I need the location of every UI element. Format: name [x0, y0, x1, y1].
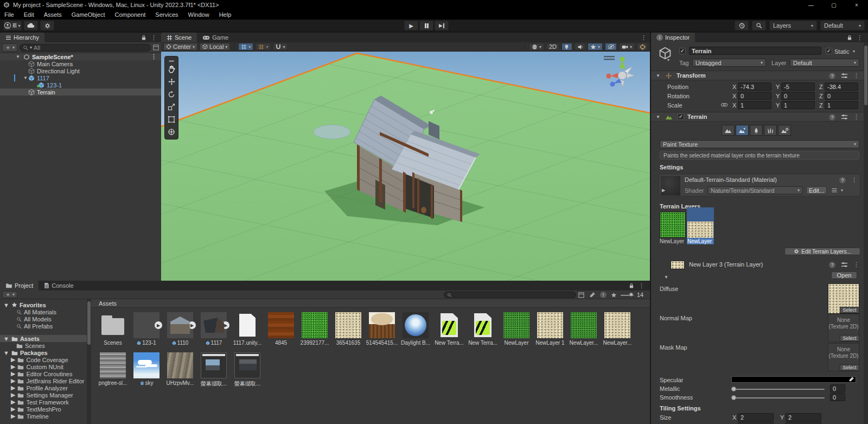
asset-123-1[interactable]: ▶ 123-1	[130, 312, 163, 346]
folder-assets[interactable]: ▼ Assets	[0, 335, 87, 342]
lock-icon[interactable]	[847, 35, 852, 41]
smoothness-slider-knob[interactable]	[731, 395, 736, 400]
metallic-slider-knob[interactable]	[731, 387, 736, 391]
menu-edit[interactable]: Edit	[24, 11, 34, 18]
texture-thumb[interactable]	[369, 312, 395, 338]
create-asset-button[interactable]: ＋▾	[2, 291, 17, 298]
terrain-asset-thumb[interactable]	[470, 312, 496, 338]
mask-select-button[interactable]: Select	[840, 364, 859, 371]
shader-dropdown[interactable]: Nature/Terrain/Standard▾	[707, 186, 803, 194]
search-by-type-icon[interactable]	[578, 292, 584, 298]
edit-terrain-layers-button[interactable]: Edit Terrain Layers...	[784, 248, 860, 255]
inspector-tab[interactable]: i Inspector	[651, 33, 695, 42]
presets-icon[interactable]	[841, 262, 848, 268]
terrain-layer-newlayer3[interactable]	[687, 222, 713, 238]
scrollbar-thumb[interactable]	[864, 46, 867, 105]
screenshot-thumb[interactable]	[201, 352, 227, 378]
fav-all-models[interactable]: All Models	[0, 315, 87, 322]
terrain-asset-thumb[interactable]	[436, 312, 462, 338]
layers-dropdown[interactable]: Layers▾	[769, 21, 817, 30]
asset-new-terrain-1[interactable]: New Terra...	[432, 312, 466, 346]
grid-visibility-dropdown[interactable]: ▾	[238, 43, 253, 50]
thumbnail-size-knob[interactable]	[629, 293, 633, 296]
active-checkbox[interactable]: ✓	[679, 48, 686, 54]
fav-all-materials[interactable]: All Materials	[0, 308, 87, 315]
position-z-field[interactable]: -38.4	[825, 83, 858, 91]
palette-drag-handle[interactable]: ▬	[169, 58, 174, 63]
texture-thumb[interactable]	[302, 312, 328, 338]
effects-dropdown[interactable]: ▾	[588, 43, 603, 50]
layout-dropdown[interactable]: Default▾	[820, 21, 865, 30]
scale-tool[interactable]	[165, 100, 178, 113]
foldout-icon[interactable]: ▼	[3, 302, 9, 308]
folder-packages[interactable]: ▼ Packages	[0, 349, 87, 356]
tree-scrollbar[interactable]	[87, 299, 91, 424]
folder-scenes[interactable]: Scenes	[0, 342, 87, 349]
expand-play-icon[interactable]: ▶	[155, 321, 162, 329]
layer-thumb[interactable]	[604, 312, 630, 338]
screenshot-thumb[interactable]	[234, 352, 260, 378]
model-thumb[interactable]: ▶	[201, 312, 227, 338]
offset-y-field[interactable]: 0	[786, 422, 821, 424]
lock-icon[interactable]	[141, 35, 146, 41]
hand-tool[interactable]	[165, 63, 178, 75]
asset-sky[interactable]: sky	[130, 352, 163, 388]
package-code-coverage[interactable]: ▶Code Coverage	[0, 356, 87, 363]
step-button[interactable]: ▶	[435, 21, 449, 30]
hierarchy-item-directional-light[interactable]: Directional Light	[0, 67, 161, 74]
menu-help[interactable]: Help	[219, 11, 232, 18]
create-neighbor-terrains-tool[interactable]	[722, 125, 735, 136]
layer-dropdown[interactable]: Default▾	[790, 59, 859, 67]
asset-1117[interactable]: ▶ 1117	[197, 312, 231, 346]
hidden-objects-toggle[interactable]	[605, 43, 617, 50]
transform-tool[interactable]	[165, 125, 178, 138]
paint-terrain-tool[interactable]	[736, 125, 749, 136]
texture-thumb[interactable]	[167, 352, 193, 378]
package-textmeshpro[interactable]: ▶TextMeshPro	[0, 406, 87, 413]
layer-thumb[interactable]	[503, 312, 529, 338]
play-button[interactable]: ▶	[404, 21, 418, 30]
kebab-menu-icon[interactable]: ⋮	[151, 53, 157, 60]
presets-icon[interactable]	[841, 114, 848, 120]
layer-thumb[interactable]	[571, 312, 597, 338]
offset-x-field[interactable]: 0	[738, 422, 774, 424]
foldout-icon[interactable]: ▼	[23, 75, 28, 80]
help-icon[interactable]: ?	[839, 177, 846, 183]
cloud-button[interactable]	[24, 21, 38, 30]
package-custom-nunit[interactable]: ▶Custom NUnit	[0, 363, 87, 370]
draw-mode-dropdown[interactable]: ▾	[529, 43, 544, 50]
skybox-thumb[interactable]	[403, 312, 429, 338]
size-x-field[interactable]: 2	[738, 413, 774, 421]
component-enabled-checkbox[interactable]: ✓	[678, 113, 684, 120]
search-by-label-icon[interactable]	[589, 292, 595, 298]
foldout-icon[interactable]: ▼	[3, 336, 9, 342]
menu-component[interactable]: Component	[114, 11, 145, 18]
normal-select-button[interactable]: Select	[840, 335, 859, 341]
folder-thumb[interactable]	[100, 312, 126, 338]
rotation-y-field[interactable]: 0	[781, 92, 815, 100]
tool-handle-rotation-dropdown[interactable]: Local▾	[200, 43, 230, 50]
hierarchy-item-123-1[interactable]: 123-1	[0, 81, 161, 88]
foldout-icon[interactable]: ▼	[651, 115, 665, 119]
create-button[interactable]: ＋▾	[2, 43, 17, 52]
paint-details-tool[interactable]	[764, 125, 777, 136]
rect-tool[interactable]	[165, 113, 178, 125]
camera-settings-dropdown[interactable]: ▾	[619, 43, 635, 50]
prefab-thumb[interactable]: ▶	[133, 312, 159, 338]
project-search-input[interactable]	[444, 292, 576, 298]
kebab-menu-icon[interactable]: ⋮	[641, 34, 647, 41]
hierarchy-item-main-camera[interactable]: Main Camera	[0, 60, 161, 67]
asset-uhzpvmv[interactable]: UHzpvMv...	[163, 352, 197, 388]
foldout-icon[interactable]: ▼	[651, 73, 665, 78]
asset-scenes[interactable]: Scenes	[96, 312, 130, 346]
search-everywhere-button[interactable]	[752, 21, 766, 30]
foldout-icon[interactable]: ▼	[3, 350, 9, 356]
audio-toggle[interactable]	[575, 43, 585, 50]
close-button[interactable]: ×	[845, 0, 868, 10]
presets-icon[interactable]	[841, 73, 848, 79]
list-icon[interactable]	[831, 188, 838, 193]
package-settings-manager[interactable]: ▶Settings Manager	[0, 391, 87, 398]
asset-23992177[interactable]: 23992177...	[298, 312, 331, 346]
object-name-field[interactable]: Terrain	[689, 47, 821, 55]
scale-y-field[interactable]: 1	[781, 101, 815, 109]
